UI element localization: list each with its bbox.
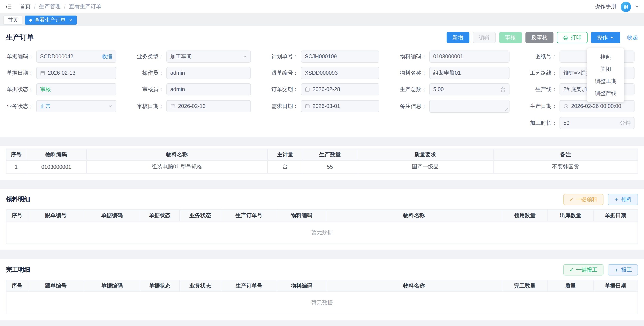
breadcrumb-home[interactable]: 首页 xyxy=(20,3,30,10)
report-button[interactable]: ＋ 报工 xyxy=(608,264,638,275)
menu-item-suspend[interactable]: 挂起 xyxy=(587,51,624,63)
menu-item-adjust-line[interactable]: 调整产线 xyxy=(587,87,624,99)
manual-link[interactable]: 操作手册 xyxy=(595,3,616,10)
req-col-follow-no: 跟单编号 xyxy=(28,210,84,221)
collapse-page-link[interactable]: 收起 xyxy=(627,34,638,41)
completion-header-row: 序号 跟单编号 单据编码 单据状态 业务状态 生产订单号 物料编码 物料名称 完… xyxy=(6,280,638,292)
field-total-qty: 生产总数： 5.00 台 xyxy=(393,83,510,95)
tab-view-production-order[interactable]: 查看生产订单 × xyxy=(25,16,76,25)
calendar-icon xyxy=(305,87,310,92)
doc-code-input[interactable]: SCDD000042 收缩 xyxy=(36,51,116,63)
item-qty: 55 xyxy=(303,160,357,173)
page-head: 生产订单 新增 编辑 审核 反审核 打印 操作 收起 xyxy=(6,32,638,44)
action-dropdown-menu: 挂起 关闭 调整工期 调整产线 xyxy=(587,48,624,102)
route-label: 工艺路线： xyxy=(523,69,557,77)
operator-value: admin xyxy=(170,70,247,76)
topbar-right: 操作手册 M xyxy=(595,2,639,12)
material-code-label: 物料编码： xyxy=(393,53,427,60)
field-delivery-date: 订单交期： 2026-02-28 xyxy=(265,83,379,95)
total-qty-input[interactable]: 5.00 台 xyxy=(429,83,510,95)
action-button-label: 操作 xyxy=(597,34,608,41)
check-icon: ✓ xyxy=(570,267,574,272)
empty-placeholder: 暂无数据 xyxy=(6,221,638,244)
table-row[interactable]: 1 0103000001 组装电脑01 型号规格 台 55 国产一级品 不要韩国… xyxy=(6,160,638,173)
audit-button[interactable]: 审核 xyxy=(499,32,522,43)
field-biz-status: 业务状态： 正常 xyxy=(6,100,116,113)
avatar[interactable]: M xyxy=(621,2,631,12)
tab-home[interactable]: 首页 xyxy=(4,16,22,25)
batch-report-button[interactable]: ✓ 一键报工 xyxy=(564,264,604,275)
items-col-material-code: 物料编码 xyxy=(26,149,86,160)
resize-grip-icon xyxy=(505,108,508,111)
calendar-icon xyxy=(305,104,310,109)
total-qty-unit: 台 xyxy=(500,86,506,93)
comp-col-doc-date: 单据日期 xyxy=(593,280,638,292)
menu-fold-icon[interactable] xyxy=(5,3,12,10)
page-title: 生产订单 xyxy=(6,33,34,42)
doc-date-input[interactable]: 2026-02-13 xyxy=(36,67,116,79)
unaudit-button[interactable]: 反审核 xyxy=(525,32,554,43)
demand-date-input[interactable]: 2026-03-01 xyxy=(301,100,379,112)
follow-no-value: XSDD000093 xyxy=(305,70,376,76)
menu-item-adjust-schedule[interactable]: 调整工期 xyxy=(587,75,624,87)
operator-input[interactable]: admin xyxy=(166,67,251,79)
completion-head: 完工明细 ✓ 一键报工 ＋ 报工 xyxy=(6,264,638,275)
completion-title: 完工明细 xyxy=(6,266,30,274)
menu-item-close[interactable]: 关闭 xyxy=(587,63,624,75)
duration-value: 50 xyxy=(564,120,620,126)
field-auditor: 审核员： admin xyxy=(130,83,251,95)
user-menu-caret-icon[interactable] xyxy=(636,6,639,8)
chevron-down-icon xyxy=(108,104,112,108)
audit-date-label: 审核日期： xyxy=(130,103,164,110)
delivery-date-input[interactable]: 2026-02-28 xyxy=(301,83,379,95)
doc-code-label: 单据编码： xyxy=(6,53,34,60)
requisition-head: 领料明细 ✓ 一键领料 ＋ 领料 xyxy=(6,194,638,205)
demand-date-label: 需求日期： xyxy=(265,103,298,110)
production-order-panel: 生产订单 新增 编辑 审核 反审核 打印 操作 收起 xyxy=(0,26,644,137)
total-qty-value: 5.00 xyxy=(433,86,500,92)
doc-status-value: 审核 xyxy=(40,86,112,93)
biz-status-select[interactable]: 正常 xyxy=(36,100,116,112)
check-icon: ✓ xyxy=(570,197,574,202)
action-dropdown-button[interactable]: 操作 xyxy=(591,32,620,43)
requisition-button[interactable]: ＋ 领料 xyxy=(608,194,638,205)
collapse-inline-link[interactable]: 收缩 xyxy=(102,53,112,60)
auditor-label: 审核员： xyxy=(130,86,164,93)
form-row: 加工时长： 50 分钟 xyxy=(6,117,638,129)
doc-status-input[interactable]: 审核 xyxy=(36,83,116,95)
prod-date-input[interactable]: 2026-02-26 00:00:00 xyxy=(560,100,634,112)
follow-no-input[interactable]: XSDD000093 xyxy=(301,67,379,79)
batch-requisition-label: 一键领料 xyxy=(576,196,598,203)
audit-date-input[interactable]: 2026-02-13 xyxy=(166,100,251,112)
total-qty-label: 生产总数： xyxy=(393,86,427,93)
remark-textarea[interactable] xyxy=(429,100,510,113)
delivery-date-value: 2026-02-28 xyxy=(312,86,376,92)
material-name-input[interactable]: 组装电脑01 xyxy=(429,67,510,79)
field-demand-date: 需求日期： 2026-03-01 xyxy=(265,100,379,113)
batch-requisition-button[interactable]: ✓ 一键领料 xyxy=(564,194,604,205)
material-name-label: 物料名称： xyxy=(393,69,427,77)
auditor-input[interactable]: admin xyxy=(166,83,251,95)
tab-close-icon[interactable]: × xyxy=(69,17,72,23)
completion-section: 完工明细 ✓ 一键报工 ＋ 报工 序号 跟单编号 单据编码 单据状态 xyxy=(0,259,644,320)
print-button[interactable]: 打印 xyxy=(557,32,588,43)
field-biz-type: 业务类型： 加工车间 xyxy=(130,51,251,63)
plan-no-label: 计划单号： xyxy=(265,53,298,60)
biz-type-select[interactable]: 加工车间 xyxy=(166,51,251,63)
material-code-input[interactable]: 0103000001 xyxy=(429,51,510,63)
items-col-qty: 生产数量 xyxy=(303,149,357,160)
tab-active-label: 查看生产订单 xyxy=(34,17,66,24)
delivery-date-label: 订单交期： xyxy=(265,86,298,93)
printer-icon xyxy=(563,35,568,40)
duration-input[interactable]: 50 分钟 xyxy=(560,117,634,129)
item-quality: 国产一级品 xyxy=(357,160,493,173)
print-button-label: 打印 xyxy=(571,34,582,41)
biz-status-value: 正常 xyxy=(40,103,108,110)
edit-button[interactable]: 编辑 xyxy=(473,32,496,43)
plan-no-input[interactable]: SCJH000109 xyxy=(301,51,379,63)
breadcrumb-production-management[interactable]: 生产管理 xyxy=(39,3,60,10)
add-button[interactable]: 新增 xyxy=(446,32,469,43)
completion-empty-row: 暂无数据 xyxy=(6,292,638,314)
field-material-name: 物料名称： 组装电脑01 xyxy=(393,67,510,79)
line-label: 生产线： xyxy=(523,86,557,93)
